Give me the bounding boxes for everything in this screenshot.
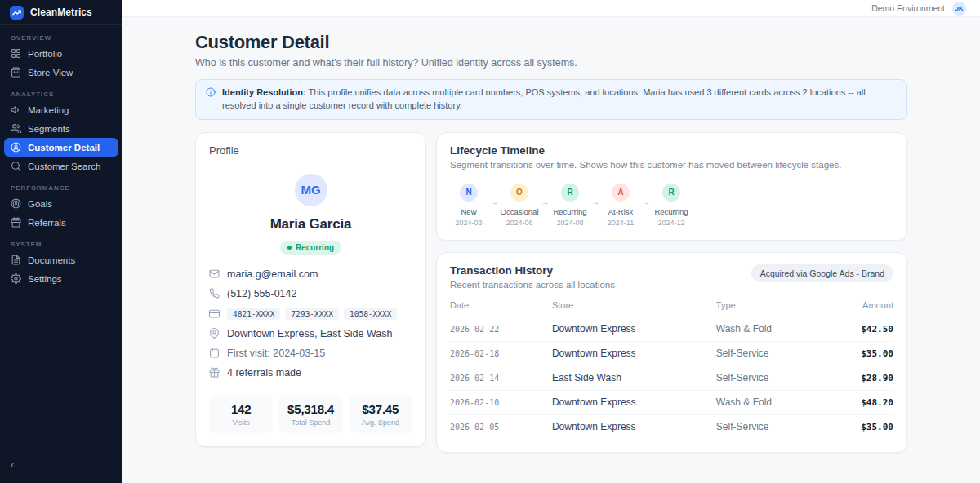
sidebar-item-customer-detail[interactable]: Customer Detail <box>4 138 118 157</box>
table-row[interactable]: 2026-02-22 Downtown Express Wash & Fold … <box>450 317 893 342</box>
status-label: Recurring <box>296 243 334 252</box>
banner-body: This profile unifies data across multipl… <box>222 87 866 110</box>
calendar-icon <box>209 348 220 358</box>
sidebar-item-customer-search[interactable]: Customer Search <box>0 157 122 175</box>
sidebar-item-label: Goals <box>28 199 52 209</box>
sidebar-item-portfolio[interactable]: Portfolio <box>0 44 122 63</box>
timeline-stage-at-risk: A At-Risk 2024-11 <box>602 184 639 227</box>
table-header: Date Store Type Amount <box>450 300 893 317</box>
timeline-stage-occasional: O Occasional 2024-06 <box>501 184 538 227</box>
phone-icon <box>209 288 220 299</box>
cards-row: 4821-XXXX 7293-XXXX 1058-XXXX <box>209 308 412 320</box>
stage-name: Recurring <box>553 207 586 216</box>
stage-circle: R <box>561 184 579 202</box>
tx-amount: $35.00 <box>827 422 893 432</box>
stat-label: Total Spend <box>280 419 341 427</box>
tx-type: Self-Service <box>716 348 827 359</box>
stage-date: 2024-12 <box>657 219 684 227</box>
sidebar-item-label: Customer Search <box>28 162 100 171</box>
status-badge: Recurring <box>280 241 341 255</box>
app-name: CleanMetrics <box>30 7 92 18</box>
stat-value: 142 <box>211 402 271 416</box>
sidebar-item-documents[interactable]: Documents <box>0 250 122 269</box>
page-subtitle: Who is this customer and what's their fu… <box>195 57 907 69</box>
section-label-performance: PERFORMANCE <box>0 175 122 194</box>
table-row[interactable]: 2026-02-10 Downtown Express Wash & Fold … <box>450 391 893 415</box>
sidebar-item-label: Customer Detail <box>28 143 100 153</box>
section-label-analytics: ANALYTICS <box>0 82 122 100</box>
tx-date: 2026-02-05 <box>450 423 552 432</box>
collapse-sidebar-button[interactable]: ‹ <box>11 460 14 470</box>
grid-icon <box>11 48 21 59</box>
card-number-chip: 4821-XXXX <box>227 308 280 320</box>
timeline-title: Lifecycle Timeline <box>450 144 893 157</box>
main-content: Customer Detail Who is this customer and… <box>122 17 980 483</box>
contact-list: maria.g@email.com (512) 555-0142 4821-XX… <box>209 268 412 379</box>
info-icon <box>206 87 216 97</box>
sidebar-item-label: Referrals <box>28 218 66 228</box>
section-label-overview: OVERVIEW <box>0 25 122 44</box>
app-logo[interactable]: CleanMetrics <box>0 0 122 25</box>
stage-date: 2024-03 <box>455 219 482 227</box>
tx-type: Wash & Fold <box>716 397 827 408</box>
timeline-stage-recurring-1: R Recurring 2024-08 <box>551 184 589 227</box>
customer-phone: (512) 555-0142 <box>227 288 296 299</box>
transactions-table: Date Store Type Amount 2026-02-22 Downto… <box>450 300 893 439</box>
gift-icon <box>11 217 21 228</box>
tx-store: East Side Wash <box>552 372 716 383</box>
timeline-stages: N New 2024-03 → O Occasional 2024-06 → R <box>450 184 893 227</box>
users-icon <box>11 123 21 134</box>
stage-circle: R <box>662 184 680 202</box>
stat-label: Avg. Spend <box>350 419 411 427</box>
gift-icon <box>209 367 220 378</box>
profile-card: Profile MG Maria Garcia Recurring maria.… <box>195 132 426 447</box>
tx-date: 2026-02-14 <box>450 374 552 383</box>
card-number-chip: 7293-XXXX <box>285 308 338 320</box>
table-row[interactable]: 2026-02-05 Downtown Express Self-Service… <box>450 415 893 439</box>
arrow-right-icon: → <box>639 197 653 206</box>
mail-icon <box>209 268 220 279</box>
table-row[interactable]: 2026-02-14 East Side Wash Self-Service $… <box>450 366 893 391</box>
stage-name: At-Risk <box>608 207 634 216</box>
sidebar-footer: ‹ <box>0 450 122 483</box>
customer-avatar: MG <box>295 174 327 206</box>
section-label-system: SYSTEM <box>0 232 122 250</box>
referrals-row: 4 referrals made <box>209 367 412 379</box>
sidebar-item-goals[interactable]: Goals <box>0 194 122 213</box>
stage-date: 2024-06 <box>506 219 532 227</box>
trending-up-icon <box>10 6 24 20</box>
tx-type: Self-Service <box>716 372 827 383</box>
sidebar-item-referrals[interactable]: Referrals <box>0 213 122 232</box>
stage-circle: O <box>510 184 528 202</box>
sidebar-item-label: Settings <box>28 274 62 284</box>
tx-amount: $28.90 <box>827 373 893 383</box>
stat-value: $37.45 <box>350 402 411 416</box>
megaphone-icon <box>11 104 21 115</box>
column-header-store: Store <box>552 300 716 310</box>
referrals-count: 4 referrals made <box>227 367 301 379</box>
target-icon <box>11 198 21 209</box>
sidebar-item-store-view[interactable]: Store View <box>0 63 122 82</box>
identity-resolution-banner: Identity Resolution: This profile unifie… <box>195 79 907 120</box>
column-header-date: Date <box>450 300 552 310</box>
status-dot-icon <box>287 246 292 250</box>
stat-label: Visits <box>211 419 271 427</box>
stat-total-spend: $5,318.4 Total Spend <box>278 395 342 433</box>
environment-label: Demo Environment <box>871 3 945 13</box>
tx-type: Self-Service <box>716 421 827 432</box>
stage-name: Recurring <box>654 207 688 216</box>
tx-date: 2026-02-10 <box>450 398 552 407</box>
user-avatar[interactable]: JK <box>952 2 966 16</box>
sidebar-item-label: Documents <box>28 255 75 265</box>
stage-circle: N <box>460 184 478 202</box>
column-header-amount: Amount <box>827 300 893 310</box>
transactions-subtitle: Recent transactions across all locations <box>450 280 615 290</box>
sidebar-item-settings[interactable]: Settings <box>0 269 122 288</box>
credit-card-icon <box>209 308 220 319</box>
sidebar-item-marketing[interactable]: Marketing <box>0 100 122 119</box>
table-row[interactable]: 2026-02-18 Downtown Express Self-Service… <box>450 342 893 366</box>
phone-row: (512) 555-0142 <box>209 288 412 299</box>
sidebar-item-segments[interactable]: Segments <box>0 119 122 138</box>
stat-avg-spend: $37.45 Avg. Spend <box>349 395 412 433</box>
transactions-title: Transaction History <box>450 264 615 277</box>
